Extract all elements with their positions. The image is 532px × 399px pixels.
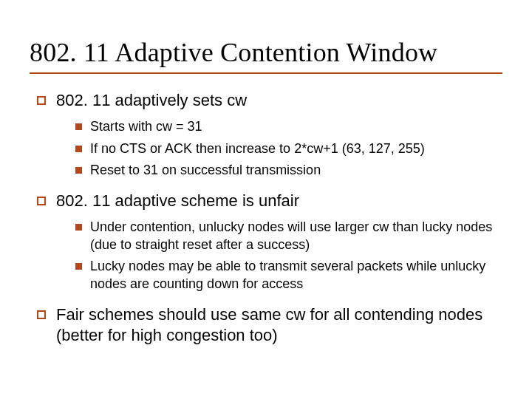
sub-list-item: Reset to 31 on successful transmission (74, 162, 502, 179)
sub-list-item: Starts with cw = 31 (74, 118, 502, 135)
list-item-text: Fair schemes should use same cw for all … (56, 305, 482, 344)
list-item-text: 802. 11 adaptively sets cw (56, 91, 247, 109)
sub-list-item: If no CTS or ACK then increase to 2*cw+1… (74, 140, 502, 157)
list-item: Fair schemes should use same cw for all … (35, 304, 502, 346)
sub-list: Under contention, unlucky nodes will use… (56, 219, 502, 293)
slide: 802. 11 Adaptive Contention Window 802. … (0, 0, 532, 399)
sub-list-item: Lucky nodes may be able to transmit seve… (74, 258, 502, 293)
sub-list: Starts with cw = 31 If no CTS or ACK the… (56, 118, 502, 179)
title-underline (30, 72, 502, 74)
slide-title: 802. 11 Adaptive Contention Window (30, 37, 502, 68)
sub-list-item: Under contention, unlucky nodes will use… (74, 219, 502, 253)
list-item-text: 802. 11 adaptive scheme is unfair (56, 191, 299, 210)
list-item: 802. 11 adaptively sets cw Starts with c… (35, 90, 502, 179)
list-item: 802. 11 adaptive scheme is unfair Under … (35, 191, 502, 293)
bullet-list: 802. 11 adaptively sets cw Starts with c… (30, 90, 502, 346)
